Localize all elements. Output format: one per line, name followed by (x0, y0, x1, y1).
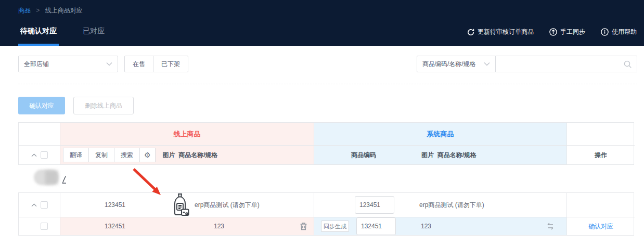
topbar-actions: 更新待审核订单商品 手工同步 使用帮助 (467, 28, 637, 36)
redaction-artifact (61, 175, 67, 184)
refresh-pending-order-products-button[interactable]: 更新待审核订单商品 (467, 28, 534, 36)
topbar: 商品 > 线上商品对应 待确认对应 已对应 更新待审核订单商品 手工同步 使用帮… (0, 0, 644, 46)
refresh-pending-label: 更新待审核订单商品 (478, 28, 534, 36)
gear-icon[interactable]: ⚙ (139, 148, 156, 162)
tab-pending-match[interactable]: 待确认对应 (18, 27, 59, 46)
select-all-checkbox[interactable] (41, 151, 48, 159)
search-type-select[interactable]: 商品编码/名称/规格 (417, 56, 496, 72)
system-product-name: erp商品测试 (请勿下单) (419, 201, 484, 210)
online-product-cell: 123451 erp商品测试 (请勿下单) (60, 193, 314, 217)
online-product-group-header: 线上商品 (60, 123, 314, 145)
row-checkbox[interactable] (41, 223, 48, 230)
tab-bar: 待确认对应 已对应 (18, 27, 107, 46)
on-sale-filter-button[interactable]: 在售 (124, 56, 153, 72)
off-shelf-filter-button[interactable]: 已下架 (153, 56, 188, 72)
system-product-cell: erp商品测试 (请勿下单) (314, 193, 567, 217)
online-tools-group: 翻译 复制 搜索 ⚙ (63, 148, 156, 162)
online-product-cell: 132451 123 (60, 217, 314, 235)
help-button[interactable]: 使用帮助 (601, 28, 637, 36)
manual-sync-button[interactable]: 手工同步 (549, 28, 585, 36)
manual-sync-icon (549, 28, 557, 36)
table-header: 线上商品 系统商品 翻译 复制 搜索 ⚙ 图片 商品名称/规格 商品编码 图片 … (18, 122, 634, 165)
header-blank-cell-right (567, 123, 635, 145)
tab-matched[interactable]: 已对应 (81, 27, 107, 46)
system-code-input[interactable] (355, 196, 394, 214)
row-action-cell: 确认对应 (567, 217, 635, 235)
confirm-match-button[interactable]: 确认对应 (18, 97, 65, 114)
batch-toolbar: 确认对应 删除线上商品 (18, 97, 644, 114)
breadcrumb-current: 线上商品对应 (45, 7, 83, 14)
online-product-name: erp商品测试 (请勿下单) (195, 201, 260, 210)
copy-button[interactable]: 复制 (88, 148, 114, 162)
online-product-name: 123 (170, 223, 268, 230)
trash-icon[interactable] (300, 222, 307, 230)
system-code-col-label: 商品编码 (314, 151, 413, 160)
chevron-up-icon[interactable] (31, 153, 37, 157)
shop-filter-select[interactable]: 全部店铺 (18, 56, 118, 72)
online-product-code: 132451 (60, 223, 170, 230)
store-group-row (18, 165, 634, 192)
breadcrumb-link-products[interactable]: 商品 (18, 7, 31, 14)
search-input-wrap (496, 56, 637, 72)
chevron-down-icon (106, 62, 112, 66)
breadcrumb: 商品 > 线上商品对应 (0, 0, 644, 15)
system-code-input[interactable] (356, 217, 396, 235)
chevron-up-icon[interactable] (31, 203, 37, 207)
system-product-name: 123 (421, 223, 431, 230)
product-row-group: 123451 erp商品测试 (请勿下单) (18, 192, 634, 236)
product-match-table: 线上商品 系统商品 翻译 复制 搜索 ⚙ 图片 商品名称/规格 商品编码 图片 … (18, 122, 634, 236)
system-columns-header: 商品编码 图片 商品名称/规格 (314, 145, 567, 164)
system-cols-label: 图片 商品名称/规格 (421, 151, 476, 160)
manual-sync-label: 手工同步 (560, 28, 585, 36)
refresh-icon (467, 29, 474, 36)
action-col-label: 操作 (567, 145, 635, 164)
select-all-cell (19, 145, 60, 164)
search-tool-button[interactable]: 搜索 (114, 148, 140, 162)
delete-online-product-button[interactable]: 删除线上商品 (73, 97, 134, 114)
online-columns-header: 翻译 复制 搜索 ⚙ 图片 商品名称/规格 (60, 145, 314, 164)
online-cols-label: 图片 商品名称/规格 (163, 151, 218, 160)
help-icon (601, 28, 609, 36)
sale-status-filter-group: 在售 已下架 (124, 56, 188, 72)
search-input[interactable] (496, 56, 637, 72)
swap-icon[interactable] (546, 223, 555, 230)
online-product-code: 123451 (60, 201, 170, 209)
chevron-down-icon (484, 62, 490, 66)
row-checkbox[interactable] (41, 201, 48, 209)
shop-filter-value: 全部店铺 (24, 60, 49, 69)
product-image-bottle[interactable] (170, 193, 189, 217)
dashed-divider (18, 84, 637, 84)
row-select-cell (19, 217, 60, 235)
sync-generated-tag: 同步生成 (321, 221, 349, 232)
row-action-cell (567, 193, 635, 217)
search-type-value: 商品编码/名称/规格 (422, 60, 476, 69)
row-select-cell (19, 193, 60, 217)
search-area: 商品编码/名称/规格 (417, 56, 637, 72)
online-product-matching-page: 商品 > 线上商品对应 待确认对应 已对应 更新待审核订单商品 手工同步 使用帮… (0, 0, 644, 246)
filter-bar: 全部店铺 在售 已下架 商品编码/名称/规格 (0, 46, 644, 72)
header-blank-cell (19, 123, 60, 145)
confirm-match-link[interactable]: 确认对应 (588, 222, 613, 231)
translate-button[interactable]: 翻译 (63, 148, 89, 162)
system-product-group-header: 系统商品 (314, 123, 567, 145)
breadcrumb-separator: > (36, 7, 40, 14)
blur-redaction (45, 171, 58, 184)
search-icon[interactable] (624, 60, 632, 69)
help-label: 使用帮助 (612, 28, 637, 36)
system-product-cell: 同步生成 123 (314, 217, 567, 235)
